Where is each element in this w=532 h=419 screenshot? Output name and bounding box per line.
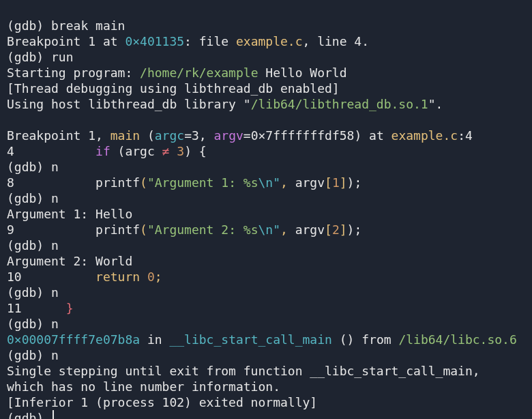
line-break-cmd: (gdb) break main — [7, 18, 125, 33]
gdb-prompt: (gdb) — [7, 160, 51, 174]
bp-address: 0×401135 — [125, 34, 184, 48]
cmd-n: n — [51, 317, 59, 331]
line-bp-set: Breakpoint 1 at 0×401135: file example.c… — [7, 34, 369, 48]
kw-if: if — [95, 144, 118, 158]
cmd-n: n — [51, 191, 59, 205]
gdb-prompt: (gdb) — [7, 50, 51, 64]
libc-so: /lib64/libc.so.6 — [398, 332, 516, 347]
line-prompt-final[interactable]: (gdb) — [7, 411, 54, 419]
line-src-4: 4 if (argc ≠ 3) { — [7, 144, 207, 158]
line-n-6: (gdb) n — [7, 348, 59, 362]
line-src-9: 9 printf("Argument 2: %s\n", argv[2]); — [7, 222, 361, 237]
bp-filename: example.c — [236, 34, 303, 48]
cmd-n: n — [51, 238, 59, 252]
line-src-8: 8 printf("Argument 1: %s\n", argv[1]); — [7, 175, 361, 190]
libc-addr: 0×00007ffff7e07b8a — [7, 332, 140, 347]
cursor-icon — [53, 410, 54, 419]
fn-main: main — [110, 128, 140, 143]
cmd-break: break main — [51, 18, 125, 33]
line-n-2: (gdb) n — [7, 191, 59, 205]
closing-brace: } — [66, 301, 74, 315]
line-src-11: 11 } — [7, 301, 74, 315]
line-thread: [Thread debugging using libthread_db ena… — [7, 81, 340, 96]
line-libc: 0×00007ffff7e07b8a in __libc_start_call_… — [7, 332, 517, 347]
line-n-5: (gdb) n — [7, 317, 59, 331]
gdb-prompt: (gdb) — [7, 348, 51, 362]
line-n-4: (gdb) n — [7, 285, 59, 300]
gdb-prompt: (gdb) — [7, 238, 51, 252]
gdb-prompt: (gdb) — [7, 317, 51, 331]
line-libthread: Using host libthread_db library "/lib64/… — [7, 97, 443, 111]
gdb-prompt: (gdb) — [7, 191, 51, 205]
kw-return: return — [95, 270, 147, 284]
line-step-2: which has no line number information. — [7, 379, 280, 394]
line-out-arg1: Argument 1: Hello — [7, 207, 132, 221]
line-n-1: (gdb) n — [7, 160, 59, 174]
line-n-3: (gdb) n — [7, 238, 59, 252]
gdb-prompt: (gdb) — [7, 18, 51, 33]
line-bp-hit: Breakpoint 1, main (argc=3, argv=0×7ffff… — [7, 128, 473, 143]
argc-name: argc — [155, 128, 184, 143]
terminal-output[interactable]: (gdb) break main Breakpoint 1 at 0×40113… — [0, 0, 532, 419]
cmd-run: run — [51, 50, 74, 64]
cmd-n: n — [51, 285, 59, 300]
gdb-prompt: (gdb) — [7, 411, 51, 419]
line-run-cmd: (gdb) run — [7, 50, 74, 64]
cmd-n: n — [51, 160, 59, 174]
line-step-1: Single stepping until exit from function… — [7, 364, 480, 378]
cmd-n: n — [51, 348, 59, 362]
program-path: /home/rk/example — [140, 66, 258, 80]
line-out-arg2: Argument 2: World — [7, 254, 132, 268]
line-src-10: 10 return 0; — [7, 270, 162, 284]
gdb-prompt: (gdb) — [7, 285, 51, 300]
ne-glyph: ≠ — [162, 144, 170, 158]
libc-fn: __libc_start_call_main — [169, 332, 331, 347]
line-inferior: [Inferior 1 (process 102) exited normall… — [7, 395, 317, 409]
argv-name: argv — [213, 128, 243, 143]
libthread-path: /lib64/libthread_db.so.1 — [251, 97, 428, 111]
line-starting: Starting program: /home/rk/example Hello… — [7, 66, 347, 80]
hit-file: example.c — [391, 128, 458, 143]
